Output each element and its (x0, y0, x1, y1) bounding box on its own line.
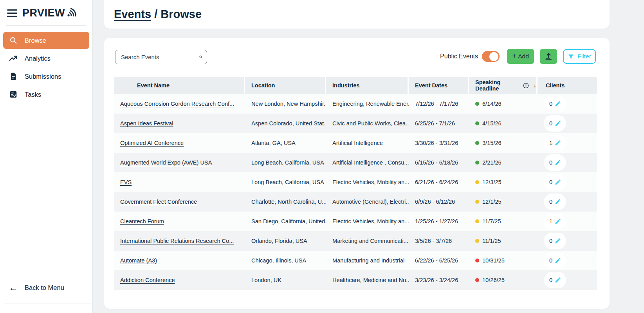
edit-clients-icon[interactable] (554, 218, 561, 225)
sort-descending-icon[interactable]: ↓ (533, 82, 536, 89)
search-icon (9, 36, 18, 45)
table-row[interactable]: Optimized AI Conference Atlanta, GA, USA… (114, 133, 597, 153)
column-header-industries[interactable]: Industries (326, 77, 409, 94)
clients-cell: 0 (538, 270, 597, 290)
toolbar-controls: Public Events + Add Filter (440, 49, 596, 64)
public-events-toggle[interactable] (482, 51, 500, 62)
column-header-clients[interactable]: Clients (538, 77, 597, 94)
clients-pill: 1 (544, 135, 566, 151)
deadline-status-dot (475, 219, 479, 223)
industries-cell: Engineering, Renewable Ener... (326, 94, 409, 114)
column-header-event-dates[interactable]: Event Dates (409, 77, 469, 94)
sidebar-item-submissions[interactable]: Submissions (3, 68, 89, 85)
table-row[interactable]: Aqueous Corrosion Gordon Research Conf..… (114, 94, 597, 114)
filter-button-label: Filter (577, 53, 591, 60)
clients-cell: 0 (538, 251, 597, 270)
sidebar-item-analytics[interactable]: Analytics (3, 50, 89, 67)
column-header-event-name[interactable]: Event Name (114, 77, 245, 94)
clients-cell: 0 (538, 172, 597, 192)
filter-button[interactable]: Filter (563, 49, 596, 64)
deadline-date: 12/1/25 (482, 199, 501, 205)
event-name-link[interactable]: Aqueous Corrosion Gordon Research Conf..… (120, 101, 234, 107)
upload-button[interactable] (540, 49, 557, 64)
edit-clients-icon[interactable] (554, 159, 561, 166)
sidebar-item-label: Analytics (25, 55, 51, 62)
clients-count: 1 (549, 140, 552, 146)
table-body: Aqueous Corrosion Gordon Research Conf..… (114, 94, 597, 290)
search-box (115, 50, 207, 64)
add-button[interactable]: + Add (507, 49, 534, 64)
speaking-deadline-cell: 11/7/25 (469, 212, 538, 231)
location-cell: Orlando, Florida, USA (245, 231, 326, 251)
edit-clients-icon[interactable] (554, 237, 561, 244)
clients-pill: 0 (544, 115, 566, 132)
location-cell: New London, New Hampshir... (245, 94, 326, 114)
table-row[interactable]: International Public Relations Research … (114, 231, 597, 251)
edit-clients-icon[interactable] (554, 179, 561, 186)
table-row[interactable]: Aspen Ideas Festival Aspen Colorado, Uni… (114, 114, 597, 133)
deadline-date: 6/14/26 (482, 101, 501, 107)
table-row[interactable]: Cleantech Forum San Diego, California, U… (114, 212, 597, 231)
event-name-link[interactable]: EVS (120, 179, 132, 185)
hamburger-menu-icon[interactable] (7, 9, 17, 17)
deadline-status-dot (475, 239, 479, 243)
event-name-cell: Aspen Ideas Festival (114, 114, 245, 133)
column-header-speaking-deadline[interactable]: Speaking Deadline ↓ (469, 77, 538, 94)
deadline-date: 3/15/26 (482, 140, 501, 146)
clients-cell: 0 (538, 153, 597, 172)
edit-clients-icon[interactable] (554, 277, 561, 284)
sidebar-item-browse[interactable]: Browse (3, 32, 89, 49)
table-row[interactable]: Government Fleet Conference Charlotte, N… (114, 192, 597, 212)
back-to-menu-button[interactable]: ← Back to Menu (0, 280, 92, 295)
event-name-link[interactable]: International Public Relations Research … (120, 238, 234, 244)
event-name-link[interactable]: Automate (A3) (120, 257, 157, 264)
edit-clients-icon[interactable] (554, 120, 561, 127)
deadline-date: 11/1/25 (482, 238, 501, 244)
deadline-status-dot (475, 102, 479, 106)
clients-cell: 0 (538, 94, 597, 114)
table-row[interactable]: EVS Long Beach, California, USA Electric… (114, 172, 597, 192)
deadline-status-dot (475, 200, 479, 204)
edit-clients-icon[interactable] (554, 198, 561, 205)
location-cell: San Diego, California, United... (245, 212, 326, 231)
search-input[interactable] (121, 54, 199, 60)
clients-cell: 1 (538, 133, 597, 153)
event-dates-cell: 6/15/26 - 6/18/26 (409, 153, 469, 172)
location-cell: Chicago, Illinois, USA (245, 251, 326, 270)
clients-count: 0 (549, 179, 552, 185)
column-header-location[interactable]: Location (245, 77, 326, 94)
event-name-link[interactable]: Optimized AI Conference (120, 140, 184, 146)
sidebar-item-label: Tasks (25, 91, 41, 98)
breadcrumb-current: / Browse (151, 8, 202, 20)
event-name-link[interactable]: Addiction Conference (120, 277, 175, 283)
table-row[interactable]: Addiction Conference London, UK Healthca… (114, 270, 597, 290)
info-icon[interactable] (523, 82, 529, 89)
edit-clients-icon[interactable] (554, 139, 561, 147)
event-name-cell: Aqueous Corrosion Gordon Research Conf..… (114, 94, 245, 114)
event-name-link[interactable]: Aspen Ideas Festival (120, 120, 173, 127)
app-logo-text: PRVIEW (22, 7, 65, 19)
filter-icon (568, 53, 574, 60)
event-name-link[interactable]: Cleantech Forum (120, 218, 164, 224)
breadcrumb-events-link[interactable]: Events (114, 8, 151, 20)
table-row[interactable]: Automate (A3) Chicago, Illinois, USA Man… (114, 251, 597, 270)
sidebar-item-tasks[interactable]: Tasks (3, 86, 89, 103)
task-list-icon (9, 90, 18, 99)
search-icon[interactable] (199, 53, 203, 61)
edit-clients-icon[interactable] (554, 257, 561, 264)
table-row[interactable]: Augmented World Expo (AWE) USA Long Beac… (114, 153, 597, 172)
industries-cell: Electric Vehicles, Mobility an... (326, 212, 409, 231)
toggle-knob (489, 52, 498, 61)
edit-clients-icon[interactable] (554, 100, 561, 107)
event-name-link[interactable]: Government Fleet Conference (120, 199, 197, 205)
plus-icon: + (512, 52, 516, 60)
speaking-deadline-cell: 2/21/26 (469, 153, 538, 172)
event-name-link[interactable]: Augmented World Expo (AWE) USA (120, 159, 212, 166)
event-name-cell: Automate (A3) (114, 251, 245, 270)
clients-count: 0 (549, 238, 552, 244)
location-cell: Long Beach, California, USA (245, 153, 326, 172)
clients-pill: 0 (544, 252, 566, 269)
clients-pill: 0 (544, 194, 566, 210)
add-button-label: Add (518, 53, 529, 60)
deadline-status-dot (475, 121, 479, 125)
